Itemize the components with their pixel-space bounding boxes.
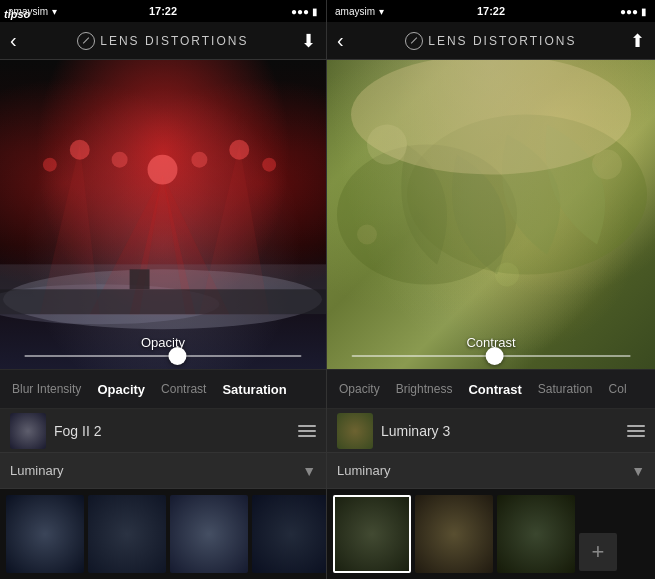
svg-point-9	[229, 140, 249, 160]
back-button-left[interactable]: ‹	[10, 29, 17, 52]
thumbnail-item[interactable]	[497, 495, 575, 573]
battery-icon-right: ▮	[641, 6, 647, 17]
wifi-icon: ▾	[52, 6, 57, 17]
opacity-slider-thumb[interactable]	[169, 347, 187, 365]
svg-point-8	[70, 140, 90, 160]
tabs-bar-left: Blur Intensity Opacity Contrast Saturati…	[0, 369, 326, 409]
logo-left: LENS DISTORTIONS	[25, 32, 301, 50]
svg-point-12	[112, 152, 128, 168]
tab-opacity[interactable]: Opacity	[89, 376, 153, 403]
right-panel: amaysim ▾ 17:22 ●●● ▮ ‹ LENS DISTORTIONS…	[327, 0, 655, 579]
image-area-left: Opacity	[0, 60, 326, 369]
carrier-right: amaysim	[335, 6, 375, 17]
svg-point-23	[357, 225, 377, 245]
signal-icon-right: ●●●	[620, 6, 638, 17]
contrast-slider-track[interactable]	[352, 355, 631, 357]
tab-contrast-left[interactable]: Contrast	[153, 376, 214, 402]
carrier-left: amaysim	[8, 6, 48, 17]
svg-point-22	[495, 263, 519, 287]
dropdown-right[interactable]: Luminary ▼	[327, 453, 655, 489]
dropdown-label-right: Luminary	[337, 463, 631, 478]
app-header-left: ‹ LENS DISTORTIONS ⬇	[0, 22, 326, 60]
filter-name-right: Luminary 3	[381, 423, 619, 439]
svg-rect-16	[0, 264, 326, 314]
svg-point-11	[262, 158, 276, 172]
filter-thumbnail-right	[337, 413, 373, 449]
filter-name-left: Fog II 2	[54, 423, 290, 439]
concert-image	[0, 60, 326, 369]
filter-strip-right: Luminary 3	[327, 409, 655, 453]
logo-text-left: LENS DISTORTIONS	[100, 34, 248, 48]
app-container: tipso amaysim ▾ 17:22 ●●● ▮ ‹ LENS DISTO…	[0, 0, 655, 579]
logo-text-right: LENS DISTORTIONS	[428, 34, 576, 48]
download-button-left[interactable]: ⬇	[301, 30, 316, 52]
tab-blur-intensity[interactable]: Blur Intensity	[4, 376, 89, 402]
status-bar-left: amaysim ▾ 17:22 ●●● ▮	[0, 0, 326, 22]
hamburger-menu-right[interactable]	[627, 425, 645, 437]
tab-opacity-right[interactable]: Opacity	[331, 376, 388, 402]
logo-right: LENS DISTORTIONS	[352, 32, 630, 50]
svg-point-13	[191, 152, 207, 168]
thumbnail-item[interactable]	[333, 495, 411, 573]
filter-strip-left: Fog II 2	[0, 409, 326, 453]
left-panel: amaysim ▾ 17:22 ●●● ▮ ‹ LENS DISTORTIONS…	[0, 0, 327, 579]
dropdown-label-left: Luminary	[10, 463, 302, 478]
tabs-bar-right: Opacity Brightness Contrast Saturation C…	[327, 369, 655, 409]
dropdown-arrow-right: ▼	[631, 463, 645, 479]
thumbnail-item[interactable]	[88, 495, 166, 573]
tab-contrast-right[interactable]: Contrast	[460, 376, 529, 403]
status-carrier-right: amaysim ▾	[335, 6, 384, 17]
contrast-slider-container: Contrast	[352, 335, 631, 357]
thumbnail-item[interactable]	[415, 495, 493, 573]
opacity-slider-track[interactable]	[24, 355, 301, 357]
thumbnail-item[interactable]	[252, 495, 326, 573]
back-button-right[interactable]: ‹	[337, 29, 344, 52]
logo-icon-right	[405, 32, 423, 50]
dropdown-arrow-left: ▼	[302, 463, 316, 479]
add-thumbnail-button[interactable]: +	[579, 533, 617, 571]
logo-icon-left	[77, 32, 95, 50]
contrast-slider-thumb[interactable]	[485, 347, 503, 365]
status-icons-left: ●●● ▮	[291, 6, 318, 17]
app-header-right: ‹ LENS DISTORTIONS ⬆	[327, 22, 655, 60]
tab-brightness[interactable]: Brightness	[388, 376, 461, 402]
thumbnails-strip-right: +	[327, 489, 655, 579]
thumbnail-item[interactable]	[170, 495, 248, 573]
status-bar-right: amaysim ▾ 17:22 ●●● ▮	[327, 0, 655, 22]
tab-color[interactable]: Col	[601, 376, 635, 402]
svg-point-21	[592, 150, 622, 180]
wifi-icon-right: ▾	[379, 6, 384, 17]
signal-icon: ●●●	[291, 6, 309, 17]
svg-point-20	[367, 125, 407, 165]
thumbnails-strip-left	[0, 489, 326, 579]
image-area-right: Contrast	[327, 60, 655, 369]
status-time-right: 17:22	[477, 5, 505, 17]
foliage-image	[327, 60, 655, 369]
opacity-slider-container: Opacity	[24, 335, 301, 357]
status-carrier-left: amaysim ▾	[8, 6, 57, 17]
svg-point-7	[148, 155, 178, 185]
svg-point-10	[43, 158, 57, 172]
share-button-right[interactable]: ⬆	[630, 30, 645, 52]
filter-thumbnail-left	[10, 413, 46, 449]
thumbnail-item[interactable]	[6, 495, 84, 573]
dropdown-left[interactable]: Luminary ▼	[0, 453, 326, 489]
tab-saturation-right[interactable]: Saturation	[530, 376, 601, 402]
tab-saturation-left[interactable]: Saturation	[214, 376, 294, 403]
status-time-left: 17:22	[149, 5, 177, 17]
hamburger-menu-left[interactable]	[298, 425, 316, 437]
battery-icon: ▮	[312, 6, 318, 17]
status-icons-right: ●●● ▮	[620, 6, 647, 17]
